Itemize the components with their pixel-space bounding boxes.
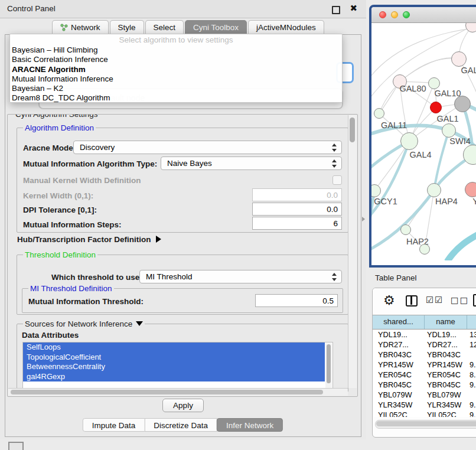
stepper-icon: [332, 159, 337, 168]
node-label-gal11: GAL11: [381, 120, 407, 130]
control-panel-window: Control Panel ✖ NetworkStyleSelectCyni T…: [0, 0, 366, 439]
algorithm-option-bayesian-hill-climbing[interactable]: Bayesian – Hill Climbing: [10, 45, 342, 55]
mi-steps-input[interactable]: [252, 217, 342, 230]
mi-threshold-group: MI Threshold Definition Mutual Informati…: [22, 288, 343, 313]
network-node[interactable]: [419, 244, 430, 255]
network-node-gal10[interactable]: [428, 77, 440, 89]
network-canvas[interactable]: GALGAL80GAL10GAL11GAL1SWI4GAL4GCY1HAP4YH…: [371, 23, 476, 260]
network-node-hap4[interactable]: [427, 183, 441, 197]
attribute-item-betweennesscentrality[interactable]: BetweennessCentrality: [23, 362, 325, 372]
table-row[interactable]: YBR043CYBR043C: [373, 350, 476, 360]
which-threshold-combo[interactable]: MI Threshold: [139, 270, 342, 283]
split-columns-icon[interactable]: [406, 295, 418, 306]
table-row[interactable]: YDL19...YDL19...13: [373, 330, 476, 340]
network-node-gal4[interactable]: [400, 132, 418, 150]
network-node-hap2[interactable]: [400, 224, 411, 235]
docked-panel-icon[interactable]: [8, 442, 24, 450]
sources-group: Sources for Network Inference Data Attri…: [17, 324, 348, 392]
mi-threshold-input[interactable]: [255, 294, 338, 307]
manual-kernel-checkbox[interactable]: [332, 175, 342, 185]
minimize-traffic-light-icon[interactable]: [391, 11, 398, 18]
table-row[interactable]: YER054CYER054C8.: [373, 370, 476, 380]
gear-icon[interactable]: ⚙: [383, 293, 395, 308]
network-node-gal1[interactable]: [442, 123, 456, 138]
network-node-gal11[interactable]: [374, 108, 384, 119]
sources-legend[interactable]: Sources for Network Inference: [23, 319, 145, 328]
apply-button[interactable]: Apply: [162, 399, 204, 412]
table-cell: YDL19...: [373, 330, 425, 340]
aracne-mode-combo[interactable]: Discovery: [73, 141, 342, 154]
table-body: YDL19...YDL19...13YDR27...YDR27...12YBR0…: [373, 330, 476, 417]
attribute-item-gal4rgexp[interactable]: gal4RGexp: [23, 372, 325, 382]
data-attributes-list[interactable]: SelfLoopsTopologicalCoefficientBetweenne…: [22, 342, 333, 390]
unchecked-boxes-icon[interactable]: □□: [451, 295, 469, 305]
algorithm-definition-group: Algorithm Definition Aracne Mode: Discov…: [17, 128, 348, 233]
algorithm-option-bayesian-k2[interactable]: Bayesian – K2: [10, 84, 342, 93]
node-label-y: Y: [472, 197, 476, 206]
mi-type-combo[interactable]: Naive Bayes: [161, 156, 342, 170]
collapse-down-icon: [136, 321, 143, 326]
bottom-tab-impute-data[interactable]: Impute Data: [83, 418, 145, 432]
tab-cyni-toolbox[interactable]: Cyni Toolbox: [185, 20, 247, 34]
table-cell: YPR145W: [425, 360, 467, 370]
column-header-shared[interactable]: shared...: [373, 315, 425, 329]
document-icon[interactable]: [473, 294, 476, 306]
table-row[interactable]: YIL052CYIL052C9.: [373, 410, 476, 417]
table-cell: YER054C: [425, 370, 467, 380]
kernel-width-input[interactable]: [252, 188, 342, 201]
network-node[interactable]: [454, 96, 471, 112]
tab-select[interactable]: Select: [145, 20, 184, 34]
aracne-mode-label: Aracne Mode:: [23, 144, 76, 152]
algorithm-option-dream8-dc-tdc-algorithm[interactable]: Dream8 DC_TDC Algorithm: [10, 93, 342, 103]
table-cell: 8.: [467, 370, 476, 380]
float-window-icon[interactable]: [332, 6, 340, 14]
table-row[interactable]: YLR345WYLR345W9.: [373, 400, 476, 410]
which-threshold-label: Which threshold to use:: [51, 273, 142, 282]
attribute-item-topologicalcoefficient[interactable]: TopologicalCoefficient: [23, 353, 325, 363]
checked-boxes-icon[interactable]: ☑☑: [426, 295, 444, 305]
zoom-traffic-light-icon[interactable]: [403, 11, 410, 18]
attribute-item-selfloops[interactable]: SelfLoops: [23, 343, 325, 353]
threshold-definition-legend: Threshold Definition: [23, 250, 97, 259]
table-horizontal-scrollbar[interactable]: [375, 420, 476, 429]
network-node[interactable]: [430, 102, 442, 113]
settings-vertical-scrollbar[interactable]: [348, 115, 357, 388]
attributes-scrollbar[interactable]: [325, 343, 332, 389]
mi-type-label: Mutual Information Algorithm Type:: [23, 159, 157, 168]
tab-style[interactable]: Style: [110, 20, 144, 34]
dpi-tolerance-input[interactable]: [252, 203, 342, 216]
table-cell: [467, 350, 476, 360]
algorithm-option-mutual-information-inference[interactable]: Mutual Information Inference: [10, 74, 342, 84]
close-traffic-light-icon[interactable]: [379, 11, 386, 18]
table-row[interactable]: YBL079WYBL079W: [373, 390, 476, 400]
bottom-tab-discretize-data[interactable]: Discretize Data: [144, 418, 217, 432]
tab-jactivemnodules[interactable]: jActiveMNodules: [248, 20, 324, 34]
control-panel-title: Control Panel: [7, 4, 56, 13]
network-view-window: GALGAL80GAL10GAL11GAL1SWI4GAL4GCY1HAP4YH…: [369, 5, 476, 268]
column-header-blank[interactable]: [467, 315, 476, 329]
algorithm-option-aracne-algorithm[interactable]: ARACNE Algorithm: [10, 65, 342, 74]
settings-horizontal-scrollbar[interactable]: [8, 388, 348, 396]
splitpane-collapse-icon[interactable]: [362, 217, 365, 221]
tab-network[interactable]: Network: [52, 20, 109, 34]
network-node-y[interactable]: [465, 182, 476, 197]
tab-label: Cyni Toolbox: [193, 23, 239, 32]
kernel-width-label: Kernel Width (0,1):: [23, 191, 93, 200]
algorithm-option-basic-correlation-inference[interactable]: Basic Correlation Inference: [10, 55, 342, 64]
table-panel-title: Table Panel: [375, 273, 417, 282]
table-row[interactable]: YDR27...YDR27...12: [373, 340, 476, 350]
table-toolbar: ⚙ ☑☑ □□: [373, 288, 476, 315]
network-window-titlebar[interactable]: [371, 7, 476, 23]
table-cell: YDL19...: [425, 330, 467, 340]
table-row[interactable]: YBR045CYBR045C9.: [373, 380, 476, 390]
table-cell: YBL079W: [425, 390, 467, 400]
network-node-gal[interactable]: [451, 51, 467, 67]
hub-definition-expander[interactable]: Hub/Transcription Factor Definition: [17, 235, 161, 244]
table-cell: 12: [467, 340, 476, 350]
close-icon[interactable]: ✖: [350, 3, 357, 14]
table-row[interactable]: YPR145WYPR145W9.: [373, 360, 476, 370]
bottom-tab-infer-network[interactable]: Infer Network: [217, 418, 283, 432]
node-label-swi4: SWI4: [449, 136, 470, 146]
column-header-name[interactable]: name: [425, 315, 467, 329]
tab-label: Style: [118, 23, 136, 32]
